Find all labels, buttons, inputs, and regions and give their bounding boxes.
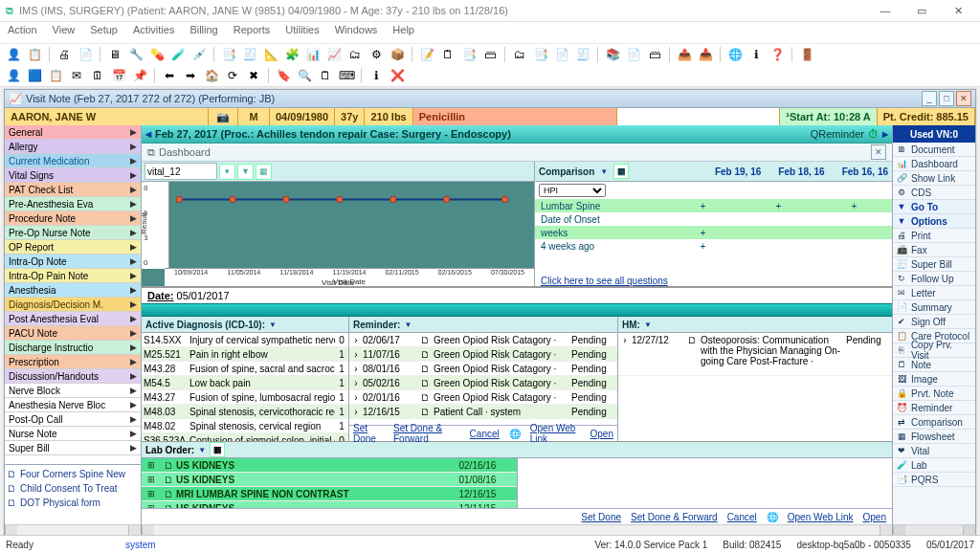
- sidebar-item[interactable]: PAT Check List▶: [5, 183, 141, 197]
- toolbar-button[interactable]: 👤: [4, 45, 23, 64]
- grid-icon[interactable]: ▦: [256, 164, 272, 180]
- toolbar-button[interactable]: 📅: [109, 66, 128, 85]
- toolbar-button[interactable]: 🖥: [105, 45, 124, 64]
- toolbar-button[interactable]: 📐: [261, 45, 280, 64]
- diag-row[interactable]: M25.521Pain in right elbow1: [142, 347, 348, 362]
- toolbar-button[interactable]: 📑: [531, 45, 550, 64]
- toolbar-button[interactable]: ⬅: [160, 66, 179, 85]
- toolbar-button[interactable]: 🔖: [274, 66, 293, 85]
- menu-windows[interactable]: Windows: [335, 24, 378, 41]
- toolbar-button[interactable]: 🗃: [480, 45, 500, 64]
- toolbar-button[interactable]: 🚪: [797, 45, 816, 64]
- right-item[interactable]: 🧾Super Bill: [893, 257, 975, 272]
- toolbar-button[interactable]: 📑: [219, 45, 238, 64]
- toolbar-button[interactable]: 📝: [417, 45, 436, 64]
- toolbar-button[interactable]: ➡: [181, 66, 200, 85]
- toolbar-button[interactable]: 🖨: [55, 45, 74, 64]
- toolbar-button[interactable]: 📌: [130, 66, 149, 85]
- menu-setup[interactable]: Setup: [90, 24, 118, 41]
- maximize-button[interactable]: ▭: [905, 2, 938, 19]
- toolbar-button[interactable]: 🗒: [438, 45, 457, 64]
- right-item[interactable]: ❤Vital: [893, 444, 975, 458]
- reminder-action[interactable]: Open: [590, 429, 613, 439]
- comparison-date[interactable]: Feb 19, 16: [715, 166, 761, 177]
- toolbar-button[interactable]: ℹ: [367, 66, 386, 85]
- right-item[interactable]: ⎘Copy Prv. Visit: [893, 343, 975, 358]
- grid-icon[interactable]: ▦: [210, 442, 225, 457]
- toolbar-button[interactable]: 📦: [388, 45, 407, 64]
- hm-action[interactable]: Open: [863, 512, 886, 522]
- filter-icon[interactable]: ▼: [644, 321, 652, 329]
- sidebar-item[interactable]: OP Report▶: [5, 240, 141, 254]
- sidebar-item[interactable]: Discharge Instructio▶: [5, 341, 141, 355]
- sidebar-item[interactable]: Allergy▶: [5, 140, 141, 154]
- close-button[interactable]: ✕: [942, 2, 974, 19]
- lab-row[interactable]: ⊞🗋US KIDNEYS01/08/16: [142, 473, 517, 487]
- sidebar-item[interactable]: Vital Signs▶: [5, 168, 141, 183]
- sidebar-item[interactable]: Post-Op Call▶: [5, 412, 141, 427]
- sidebar-item[interactable]: Super Bill▶: [5, 441, 141, 455]
- reminder-action[interactable]: Set Done: [353, 423, 384, 444]
- form-item[interactable]: 🗋DOT Physical form: [7, 496, 139, 510]
- right-item[interactable]: 🧪Lab: [893, 458, 975, 473]
- sidebar-item[interactable]: Prescription▶: [5, 355, 141, 369]
- right-item[interactable]: 📠Fax: [893, 243, 975, 257]
- toolbar-button[interactable]: ❓: [768, 45, 787, 64]
- menu-utilities[interactable]: Utilities: [285, 24, 319, 41]
- menu-billing[interactable]: Billing: [189, 24, 217, 41]
- toolbar-button[interactable]: 🟦: [25, 66, 44, 85]
- sidebar-item[interactable]: PACU Note▶: [5, 326, 141, 341]
- toolbar-button[interactable]: 🗃: [645, 45, 664, 64]
- reminder-action[interactable]: Open Web Link: [530, 423, 581, 444]
- right-item[interactable]: 🗎Document: [893, 143, 975, 157]
- hm-action[interactable]: Cancel: [727, 512, 757, 522]
- toolbar-button[interactable]: 📤: [675, 45, 694, 64]
- reminder-row[interactable]: ›05/02/16🗋Green Opiod Risk Catagory · Pe…: [349, 376, 617, 390]
- toolbar-button[interactable]: 🗂: [345, 45, 365, 64]
- toolbar-button[interactable]: 📋: [46, 66, 65, 85]
- right-item[interactable]: ⇄Comparison: [893, 415, 975, 430]
- toolbar-button[interactable]: 📥: [696, 45, 715, 64]
- menu-action[interactable]: Action: [8, 24, 37, 41]
- menu-reports[interactable]: Reports: [234, 24, 271, 41]
- toolbar-button[interactable]: 🧩: [282, 45, 301, 64]
- vn-min-button[interactable]: _: [922, 91, 937, 106]
- right-item[interactable]: ▼Go To: [893, 200, 975, 214]
- hm-row[interactable]: ›12/27/12🗋Osteoporosis: Communication wi…: [618, 333, 892, 376]
- filter-icon[interactable]: ▼: [404, 321, 412, 329]
- filter-icon[interactable]: ▼: [198, 446, 206, 454]
- vn-max-button[interactable]: □: [939, 91, 954, 106]
- right-item[interactable]: 🖼Image: [893, 372, 975, 387]
- vn-close-button[interactable]: ✕: [956, 91, 971, 106]
- form-item[interactable]: 🗋Child Consent To Treat: [7, 481, 139, 496]
- right-item[interactable]: 🖨Print: [893, 229, 975, 243]
- reminder-row[interactable]: ›02/06/17🗋Green Opiod Risk Catagory · Pe…: [349, 333, 617, 347]
- lab-row[interactable]: ⊞🗋US KIDNEYS02/16/16: [142, 458, 517, 473]
- chart-series-select[interactable]: [145, 163, 217, 180]
- diag-row[interactable]: M43.28Fusion of spine, sacral and sacroc…: [142, 362, 348, 376]
- toolbar-button[interactable]: 🧾: [240, 45, 259, 64]
- toolbar-button[interactable]: ⟳: [223, 66, 242, 85]
- camera-icon[interactable]: 📷: [209, 108, 238, 125]
- toolbar-button[interactable]: 📈: [324, 45, 344, 64]
- right-item[interactable]: ⏰Reminder: [893, 401, 975, 415]
- minimize-button[interactable]: —: [869, 2, 902, 19]
- sidebar-item[interactable]: Anesthesia▶: [5, 283, 141, 298]
- comparison-date[interactable]: Feb 16, 16: [842, 166, 888, 177]
- comparison-date[interactable]: Feb 18, 16: [778, 166, 824, 177]
- toolbar-button[interactable]: 📑: [459, 45, 479, 64]
- right-item[interactable]: ▦Flowsheet: [893, 430, 975, 444]
- sidebar-item[interactable]: Diagnosis/Decision M.▶: [5, 298, 141, 312]
- toolbar-button[interactable]: 🔍: [295, 66, 314, 85]
- menu-view[interactable]: View: [53, 24, 76, 41]
- toolbar-button[interactable]: 🌐: [725, 45, 745, 64]
- filter-icon[interactable]: ▼: [237, 164, 254, 180]
- right-item[interactable]: ✔Sign Off: [893, 315, 975, 329]
- toolbar-button[interactable]: 💉: [189, 45, 209, 64]
- hm-action[interactable]: Set Done & Forward: [631, 512, 718, 522]
- sidebar-item[interactable]: Pre-Anesthesia Eva▶: [5, 197, 141, 211]
- toolbar-button[interactable]: 👤: [4, 66, 23, 85]
- toolbar-button[interactable]: 🧪: [168, 45, 188, 64]
- sidebar-item[interactable]: Pre-Op Nurse Note▶: [5, 226, 141, 240]
- reminder-row[interactable]: ›11/07/16🗋Green Opiod Risk Catagory · Pe…: [349, 347, 617, 362]
